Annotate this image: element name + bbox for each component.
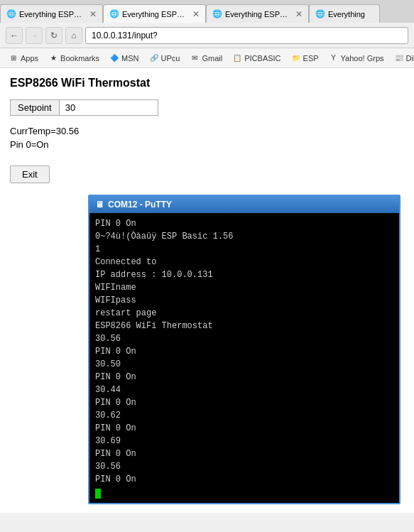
msn-icon: 🔷 [109, 53, 119, 63]
terminal-line: 30.56 [95, 460, 393, 473]
bookmark-bookmarks[interactable]: ★ Bookmarks [44, 52, 104, 65]
terminal-line: 30.56 [95, 332, 393, 345]
terminal-line: restart page [95, 307, 393, 320]
address-bar[interactable] [85, 27, 408, 44]
terminal-line: 30.69 [95, 435, 393, 447]
bookmark-gmail-label: Gmail [202, 54, 222, 63]
page-content: ESP8266 WiFi Thermostat Setpoint CurrTem… [0, 68, 414, 513]
bookmark-upcu-label: UPcu [161, 54, 180, 63]
tab-favicon-1: 🌐 [6, 9, 16, 19]
page-title: ESP8266 WiFi Thermostat [10, 77, 404, 89]
esp-icon: 📁 [291, 53, 301, 63]
exit-button[interactable]: Exit [10, 165, 50, 183]
bookmark-yahoo-label: Yahoo! Grps [341, 54, 384, 63]
tab-close-3[interactable]: ✕ [295, 9, 303, 19]
tab-close-1[interactable]: ✕ [89, 9, 97, 19]
tab-label-3: Everything ESP8266 - [225, 10, 291, 18]
bookmarks-bar: ⊞ Apps ★ Bookmarks 🔷 MSN 🔗 UPcu ✉ Gmail … [0, 48, 414, 68]
pin-status-display: Pin 0=On [10, 139, 404, 150]
terminal-line: PIN 0 On [95, 422, 393, 435]
setpoint-label: Setpoint [10, 99, 59, 116]
terminal-line: 1 [95, 243, 393, 256]
bookmark-esp[interactable]: 📁 ESP [287, 52, 323, 65]
putty-title: COM12 - PuTTY [108, 200, 172, 210]
tab-close-2[interactable]: ✕ [192, 9, 200, 19]
setpoint-row: Setpoint [10, 99, 404, 116]
browser-tabs: 🌐 Everything ESP8266 - ✕ 🌐 Everything ES… [0, 0, 414, 23]
dilb-icon: 📰 [394, 53, 404, 63]
bookmark-picbasic-label: PICBASIC [244, 54, 280, 63]
terminal-line: PIN 0 On [95, 473, 393, 486]
terminal-line: 30.62 [95, 409, 393, 422]
bookmark-yahoo[interactable]: Y Yahoo! Grps [325, 52, 388, 65]
terminal-line: WIFIname [95, 281, 393, 294]
bookmark-bookmarks-label: Bookmarks [60, 54, 99, 63]
terminal-cursor [95, 489, 101, 499]
bookmark-apps-label: Apps [21, 54, 38, 63]
browser-nav: ← → ↻ ⌂ [0, 23, 414, 48]
terminal-line: 30.44 [95, 384, 393, 396]
tab-favicon-4: 🌐 [315, 9, 325, 19]
picbasic-icon: 📋 [232, 53, 242, 63]
tab-favicon-2: 🌐 [109, 9, 119, 19]
tab-4[interactable]: 🌐 Everything [309, 4, 380, 23]
terminal-line: ESP8266 WiFi Thermostat [95, 320, 393, 332]
tab-label-4: Everything [328, 10, 365, 18]
terminal-line: PIN 0 On [95, 217, 393, 230]
terminal-line: PIN 0 On [95, 447, 393, 460]
yahoo-icon: Y [329, 53, 339, 63]
back-button[interactable]: ← [6, 27, 23, 44]
bookmark-dilb-label: Dilb [406, 54, 414, 63]
home-button[interactable]: ⌂ [65, 27, 82, 44]
terminal-line: 30.50 [95, 358, 393, 371]
bookmark-esp-label: ESP [303, 54, 319, 63]
tab-2[interactable]: 🌐 Everything ESP8266 - ✕ [103, 4, 206, 23]
putty-window: 🖥 COM12 - PuTTY PIN 0 On0~?4ù!(Òàaûÿ ESP… [88, 195, 401, 504]
tab-favicon-3: 🌐 [212, 9, 222, 19]
putty-terminal[interactable]: PIN 0 On0~?4ù!(Òàaûÿ ESP Basic 1.561Conn… [89, 213, 399, 503]
tab-label-1: Everything ESP8266 - [19, 10, 85, 18]
terminal-line: Connected to [95, 256, 393, 268]
tab-label-2: Everything ESP8266 - [122, 10, 188, 18]
forward-button[interactable]: → [26, 27, 43, 44]
putty-titlebar[interactable]: 🖥 COM12 - PuTTY [89, 196, 399, 213]
terminal-line: WIFIpass [95, 294, 393, 307]
curr-temp-display: CurrTemp=30.56 [10, 126, 404, 136]
upcu-icon: 🔗 [149, 53, 159, 63]
terminal-line: PIN 0 On [95, 396, 393, 409]
tab-1[interactable]: 🌐 Everything ESP8266 - ✕ [0, 4, 103, 23]
gmail-icon: ✉ [190, 53, 200, 63]
bookmark-upcu[interactable]: 🔗 UPcu [145, 52, 185, 65]
terminal-line: IP address : 10.0.0.131 [95, 268, 393, 281]
bookmark-msn-label: MSN [121, 54, 138, 63]
bookmark-apps[interactable]: ⊞ Apps [4, 52, 43, 65]
star-icon: ★ [48, 53, 58, 63]
bookmark-gmail[interactable]: ✉ Gmail [185, 52, 227, 65]
tab-3[interactable]: 🌐 Everything ESP8266 - ✕ [206, 4, 309, 23]
bookmark-dilb[interactable]: 📰 Dilb [390, 52, 414, 65]
terminal-line: PIN 0 On [95, 345, 393, 358]
bookmark-msn[interactable]: 🔷 MSN [105, 52, 143, 65]
terminal-line: PIN 0 On [95, 371, 393, 384]
refresh-button[interactable]: ↻ [45, 27, 62, 44]
terminal-cursor-line [95, 486, 393, 499]
setpoint-input[interactable] [59, 99, 158, 116]
putty-icon: 🖥 [95, 200, 104, 210]
bookmark-picbasic[interactable]: 📋 PICBASIC [228, 52, 285, 65]
apps-icon: ⊞ [9, 53, 18, 63]
terminal-line: 0~?4ù!(Òàaûÿ ESP Basic 1.56 [95, 230, 393, 243]
